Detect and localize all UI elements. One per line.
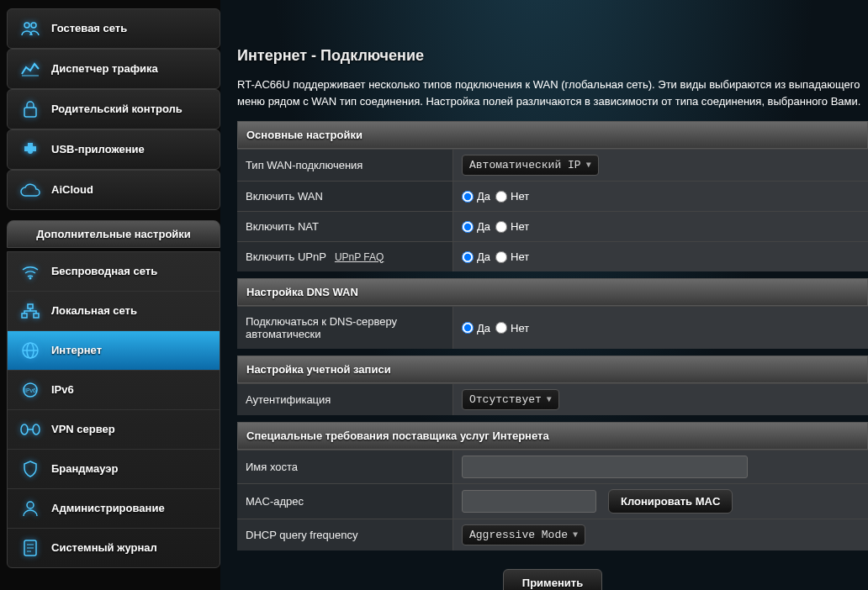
enable-wan-label: Включить WAN xyxy=(237,182,453,211)
auth-select[interactable]: Отсутствует ▼ xyxy=(462,389,559,410)
section-isp-requirements: Специальные требования поставщика услуг … xyxy=(237,422,868,550)
svg-point-14 xyxy=(33,424,40,435)
section-header: Специальные требования поставщика услуг … xyxy=(237,422,868,450)
auth-value: Отсутствует xyxy=(469,393,542,406)
svg-text:IPv6: IPv6 xyxy=(24,387,36,393)
dns-auto-yes[interactable]: Да xyxy=(462,322,490,335)
svg-rect-5 xyxy=(28,304,33,308)
svg-rect-3 xyxy=(24,108,36,117)
sidebar-item-label: USB-приложение xyxy=(51,143,145,156)
dhcp-freq-value: Aggressive Mode xyxy=(469,529,568,541)
sidebar-item-label: Администрирование xyxy=(51,502,165,515)
svg-rect-6 xyxy=(22,313,27,318)
sidebar-item-label: Локальная сеть xyxy=(51,304,137,318)
sidebar-item-label: AiCloud xyxy=(51,183,93,197)
sidebar-item-label: Системный журнал xyxy=(51,541,157,555)
main-content: Интернет - Подключение RT-AC66U поддержи… xyxy=(220,0,868,590)
page-title: Интернет - Подключение xyxy=(237,47,868,65)
sidebar-item-label: Диспетчер трафика xyxy=(51,62,158,76)
enable-wan-yes[interactable]: Да xyxy=(462,190,490,203)
dhcp-freq-label: DHCP query frequency xyxy=(237,519,453,550)
hostname-label: Имя хоста xyxy=(237,450,453,483)
shield-icon xyxy=(19,458,41,480)
wan-type-value: Автоматический IP xyxy=(469,159,581,171)
sidebar-item-label: Брандмауэр xyxy=(51,462,118,476)
admin-icon xyxy=(19,498,41,519)
users-icon xyxy=(19,18,41,40)
enable-nat-label: Включить NAT xyxy=(237,212,453,241)
chevron-down-icon: ▼ xyxy=(586,161,591,170)
sidebar-item-log[interactable]: Системный журнал xyxy=(8,528,220,567)
svg-point-16 xyxy=(27,502,34,508)
svg-point-13 xyxy=(21,424,28,435)
lan-icon xyxy=(19,300,41,322)
sidebar-item-wifi[interactable]: Беспроводная сеть xyxy=(8,252,220,291)
svg-rect-7 xyxy=(34,313,39,318)
sidebar-item-label: VPN сервер xyxy=(51,423,115,436)
vpn-icon xyxy=(19,419,41,440)
clone-mac-button[interactable]: Клонировать MAC xyxy=(608,489,733,514)
sidebar-item-globe[interactable]: Интернет xyxy=(8,330,220,370)
sidebar: Гостевая сетьДиспетчер трафикаРодительск… xyxy=(0,0,220,590)
dns-auto-label: Подключаться к DNS-серверу автоматически xyxy=(237,307,453,349)
dns-auto-no[interactable]: Нет xyxy=(495,322,529,335)
sidebar-item-label: Родительский контроль xyxy=(51,103,183,116)
sidebar-item-users[interactable]: Гостевая сеть xyxy=(8,9,220,48)
log-icon xyxy=(19,537,41,559)
sidebar-item-label: IPv6 xyxy=(51,383,74,397)
sidebar-item-shield[interactable]: Брандмауэр xyxy=(8,449,220,488)
upnp-faq-link[interactable]: UPnP FAQ xyxy=(335,251,384,263)
wan-type-label: Тип WAN-подключения xyxy=(237,150,453,181)
section-account-settings: Настройка учетной записи Аутентификация … xyxy=(237,356,868,415)
sidebar-item-label: Гостевая сеть xyxy=(51,22,127,35)
page-description: RT-AC66U поддерживает несколько типов по… xyxy=(237,76,868,109)
section-dns-settings: Настройка DNS WAN Подключаться к DNS-сер… xyxy=(237,278,868,349)
enable-nat-yes[interactable]: Да xyxy=(462,220,490,233)
wan-type-select[interactable]: Автоматический IP ▼ xyxy=(462,155,599,176)
enable-upnp-yes[interactable]: Да xyxy=(462,250,490,263)
auth-label: Аутентификация xyxy=(237,384,453,415)
svg-point-1 xyxy=(31,23,36,28)
sidebar-item-vpn[interactable]: VPN сервер xyxy=(8,409,220,449)
sidebar-item-admin[interactable]: Администрирование xyxy=(8,488,220,528)
dhcp-freq-select[interactable]: Aggressive Mode ▼ xyxy=(462,524,585,545)
mac-input[interactable] xyxy=(462,490,596,513)
enable-upnp-label: Включить UPnP xyxy=(246,250,326,263)
apply-button[interactable]: Применить xyxy=(503,569,602,590)
mac-label: MAC-адрес xyxy=(237,484,453,519)
sidebar-item-plugin[interactable]: USB-приложение xyxy=(8,130,220,169)
lock-icon xyxy=(19,98,41,120)
section-header: Основные настройки xyxy=(237,121,868,149)
sidebar-item-traffic[interactable]: Диспетчер трафика xyxy=(8,50,220,88)
sidebar-item-cloud[interactable]: AiCloud xyxy=(8,171,220,209)
hostname-input[interactable] xyxy=(462,456,748,478)
advanced-settings-header: Дополнительные настройки xyxy=(7,220,220,248)
ipv6-icon: IPv6 xyxy=(19,379,41,401)
sidebar-item-lock[interactable]: Родительский контроль xyxy=(8,90,220,129)
chevron-down-icon: ▼ xyxy=(573,530,578,540)
section-header: Настройка DNS WAN xyxy=(237,278,868,306)
traffic-icon xyxy=(19,58,41,80)
chevron-down-icon: ▼ xyxy=(547,395,552,404)
cloud-icon xyxy=(19,179,41,201)
svg-point-0 xyxy=(24,23,29,28)
svg-point-4 xyxy=(29,277,32,280)
sidebar-item-label: Беспроводная сеть xyxy=(51,265,157,278)
enable-nat-no[interactable]: Нет xyxy=(495,220,529,233)
globe-icon xyxy=(19,340,41,361)
sidebar-item-lan[interactable]: Локальная сеть xyxy=(8,291,220,330)
wifi-icon xyxy=(19,261,41,282)
section-basic-settings: Основные настройки Тип WAN-подключения А… xyxy=(237,121,868,271)
sidebar-item-ipv6[interactable]: IPv6IPv6 xyxy=(8,370,220,409)
section-header: Настройка учетной записи xyxy=(237,356,868,383)
sidebar-item-label: Интернет xyxy=(51,344,102,357)
enable-wan-no[interactable]: Нет xyxy=(495,190,529,203)
plugin-icon xyxy=(19,139,41,161)
enable-upnp-no[interactable]: Нет xyxy=(495,250,529,263)
